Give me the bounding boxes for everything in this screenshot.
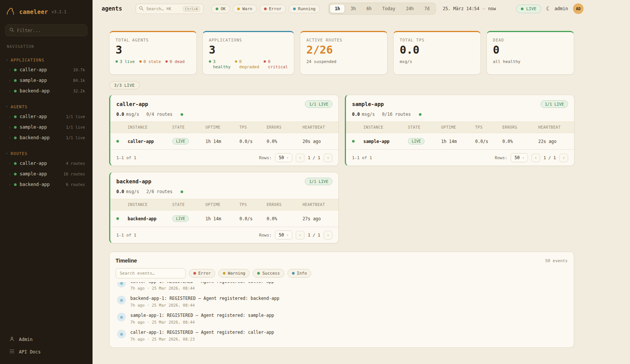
section-header-applications[interactable]: ▾ APPLICATIONS (5, 55, 87, 65)
warn-dot (237, 8, 240, 10)
sidebar-item-api-docs[interactable]: API Docs (5, 347, 87, 357)
sidebar-item-badge: 16 routes (63, 172, 85, 176)
person-icon (9, 336, 15, 342)
date-range-end: now (488, 6, 496, 11)
dark-mode-toggle-icon[interactable]: ☾ (546, 5, 550, 12)
status-dot (14, 126, 17, 129)
rows-per-page-select[interactable]: 50 ▾ (275, 153, 292, 162)
global-search[interactable]: Ctrl+K (136, 4, 204, 14)
content: TOTAL AGENTS 3 3 live 0 stale 0 dead APP… (93, 17, 630, 348)
section-title: APPLICATIONS (11, 58, 44, 62)
timeline-filter-success[interactable]: Success (253, 269, 284, 278)
prev-page-button[interactable]: ‹ (296, 154, 304, 162)
sidebar-section-agents: ▾ AGENTS › caller-app 1/1 live › sample-… (5, 102, 87, 143)
filter-pill-warn[interactable]: Warn (233, 5, 257, 13)
range-button-1h[interactable]: 1h (330, 4, 345, 13)
sidebar-filter-input[interactable] (17, 28, 83, 33)
range-button-24h[interactable]: 24h (401, 4, 419, 13)
agent-stats: 0.0 msg/s 2/6 routes (110, 189, 338, 199)
card-title: DEAD (493, 38, 568, 42)
timeline-filter-warning[interactable]: Warning (218, 269, 250, 278)
gear-icon: ⚙ (117, 296, 126, 304)
timeline-events-list[interactable]: ⚙ caller-app-1: REGISTERED — Agent regis… (116, 282, 568, 346)
sidebar-item-label: API Docs (19, 349, 41, 355)
sidebar-item-routes-caller[interactable]: › caller-app 4 routes (5, 158, 87, 169)
event-time: 7h ago · 25 Mar 2026, 08:44 (130, 320, 274, 324)
stat-label: 0 stale (144, 59, 161, 64)
col-heartbeat: HEARTBEAT (303, 203, 332, 207)
filter-pill-label: Warning (228, 271, 245, 276)
section-header-routes[interactable]: ▾ ROUTES (5, 149, 87, 158)
timeline-filter-info[interactable]: Info (287, 269, 312, 278)
next-page-button[interactable]: › (559, 154, 568, 162)
filter-pill-ok[interactable]: OK (211, 5, 230, 13)
filter-pill-running[interactable]: Running (289, 5, 320, 13)
sidebar-item-app-caller[interactable]: › caller-app 10.7k (5, 65, 87, 75)
range-button-6h[interactable]: 6h (361, 4, 377, 13)
sidebar-item-app-backend[interactable]: › backend-app 32.2k (5, 86, 87, 96)
username: admin (554, 6, 568, 11)
sidebar-item-routes-sample[interactable]: › sample-app 16 routes (5, 169, 87, 179)
table-row[interactable]: caller-app LIVE 1h 14m 0.0/s 0.0% 20s ag… (110, 133, 338, 149)
cell-heartbeat: 20s ago (303, 139, 332, 144)
cell-instance: backend-app (128, 216, 172, 221)
date-range[interactable]: 25. März 14:54 — now (443, 6, 496, 11)
avatar[interactable]: AD (573, 3, 584, 14)
instance-status-dot (352, 140, 355, 143)
next-page-button[interactable]: › (324, 231, 332, 240)
agent-card-title: backend-app (116, 178, 151, 184)
card-value: 3 (116, 45, 190, 55)
chevron-right-icon: › (9, 172, 11, 176)
rows-per-page-select[interactable]: 50 ▾ (511, 153, 528, 162)
sidebar-item-admin[interactable]: Admin (5, 334, 87, 345)
range-button-3h[interactable]: 3h (346, 4, 361, 13)
section-header-agents[interactable]: ▾ AGENTS (5, 102, 87, 111)
chevron-right-icon: › (9, 161, 11, 166)
chevron-right-icon: › (9, 136, 11, 140)
section-title: ROUTES (11, 151, 28, 156)
agent-routes: 2/6 routes (146, 189, 172, 194)
sidebar-section-routes: ▾ ROUTES › caller-app 4 routes › sample-… (5, 149, 87, 190)
prev-page-button[interactable]: ‹ (296, 231, 304, 240)
status-dot (14, 162, 17, 165)
sidebar-filter[interactable] (5, 25, 87, 36)
rows-per-page-select[interactable]: 50 ▾ (275, 230, 292, 240)
table-row[interactable]: sample-app LIVE 1h 14m 0.0/s 0.0% 22s ag… (346, 133, 574, 149)
state-badge: LIVE (408, 138, 425, 144)
timeline-event: ⚙ backend-app-1: REGISTERED — Agent regi… (116, 293, 568, 310)
instance-status-dot (116, 217, 119, 220)
prev-page-button[interactable]: ‹ (531, 154, 540, 162)
sidebar-item-app-sample[interactable]: › sample-app 84.1k (5, 75, 87, 86)
card-total-agents: TOTAL AGENTS 3 3 live 0 stale 0 dead (109, 31, 197, 75)
range-button-today[interactable]: Today (377, 4, 400, 13)
agent-routes: 0/4 routes (146, 112, 172, 117)
cell-tps: 0.0/s (239, 216, 267, 221)
range-button-7d[interactable]: 7d (419, 4, 434, 13)
timeline-search-input[interactable] (116, 268, 186, 278)
table-row[interactable]: backend-app LIVE 1h 14m 0.0/s 0.0% 27s a… (110, 210, 338, 227)
status-dot (14, 173, 17, 175)
card-stats: 3 live 0 stale 0 dead (116, 59, 190, 64)
stale-dot (139, 60, 142, 63)
next-page-button[interactable]: › (324, 154, 332, 162)
sidebar-item-agent-caller[interactable]: › caller-app 1/1 live (5, 111, 87, 122)
sidebar-item-badge: 84.1k (73, 78, 85, 83)
sidebar-item-agent-backend[interactable]: › backend-app 1/1 live (5, 132, 87, 143)
card-subtitle: all healthy (493, 59, 568, 64)
sidebar-item-badge: 1/1 live (66, 125, 85, 129)
agent-live-badge: 1/1 LIVE (305, 100, 332, 108)
page-indicator: 1 / 1 (544, 155, 556, 160)
filter-pill-label: OK (221, 6, 225, 11)
sidebar-item-label: backend-app (20, 88, 49, 94)
table-header: INSTANCE STATE UPTIME TPS ERRORS HEARTBE… (346, 121, 574, 133)
cell-heartbeat: 27s ago (303, 216, 332, 221)
sidebar-item-routes-backend[interactable]: › backend-app 6 routes (5, 179, 87, 190)
live-dot (116, 60, 118, 63)
global-search-input[interactable] (146, 6, 180, 11)
timeline-filter-error[interactable]: Error (189, 269, 215, 278)
stat-label: 3 live (120, 59, 135, 64)
filter-pill-error[interactable]: Error (259, 5, 286, 13)
sidebar-item-agent-sample[interactable]: › sample-app 1/1 live (5, 122, 87, 132)
col-errors: ERRORS (502, 125, 538, 129)
row-range: 1-1 of 1 (116, 155, 136, 160)
